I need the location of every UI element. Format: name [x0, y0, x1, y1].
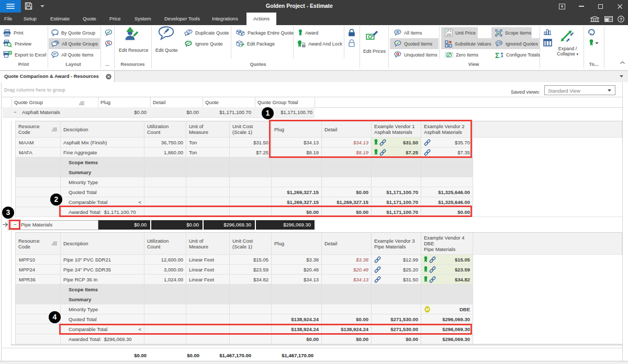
svg-text:M: M [425, 307, 429, 312]
svg-text:?: ? [620, 17, 623, 22]
svg-text:100: 100 [446, 33, 451, 36]
svg-text:P: P [188, 30, 190, 33]
svg-text:2: 2 [450, 29, 451, 32]
svg-text:Σ: Σ [495, 51, 499, 59]
